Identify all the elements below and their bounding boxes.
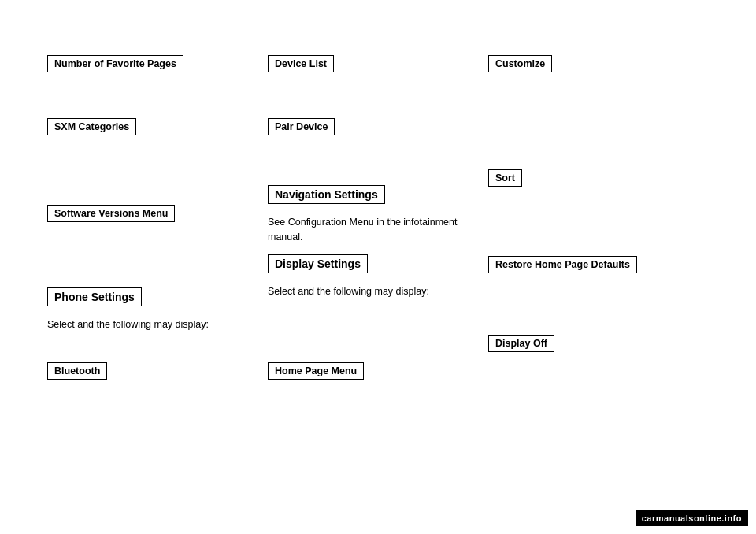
phone-settings-label: Phone Settings bbox=[47, 287, 142, 306]
device-list-label: Device List bbox=[268, 55, 334, 72]
number-of-favorite-pages-label: Number of Favorite Pages bbox=[47, 55, 183, 72]
section-display-settings: Display Settings Select and the followin… bbox=[268, 254, 429, 306]
section-software-versions-menu: Software Versions Menu bbox=[47, 205, 175, 228]
customize-label: Customize bbox=[488, 55, 552, 72]
watermark-text: carmanualsonline.info bbox=[642, 514, 742, 523]
section-customize: Customize bbox=[488, 55, 552, 79]
section-pair-device: Pair Device bbox=[268, 118, 335, 142]
page-content: Number of Favorite Pages SXM Categories … bbox=[0, 0, 756, 534]
section-home-page-menu: Home Page Menu bbox=[268, 362, 364, 386]
sxm-categories-label: SXM Categories bbox=[47, 118, 136, 135]
section-sort: Sort bbox=[488, 169, 522, 193]
restore-home-page-defaults-label: Restore Home Page Defaults bbox=[488, 256, 637, 273]
columns-container: Number of Favorite Pages SXM Categories … bbox=[47, 55, 709, 449]
section-bluetooth: Bluetooth bbox=[47, 362, 107, 386]
section-navigation-settings: Navigation Settings See Configuration Me… bbox=[268, 185, 488, 251]
software-versions-menu-label: Software Versions Menu bbox=[47, 205, 175, 222]
navigation-settings-description: See Configuration Menu in the infotainme… bbox=[268, 215, 488, 245]
section-restore-home-page-defaults: Restore Home Page Defaults bbox=[488, 256, 637, 280]
section-device-list: Device List bbox=[268, 55, 334, 79]
column-1: Number of Favorite Pages SXM Categories … bbox=[47, 55, 268, 449]
column-2: Device List Pair Device Navigation Setti… bbox=[268, 55, 488, 449]
section-sxm-categories: SXM Categories bbox=[47, 118, 136, 142]
home-page-menu-label: Home Page Menu bbox=[268, 362, 364, 380]
display-off-label: Display Off bbox=[488, 335, 554, 352]
section-phone-settings: Phone Settings Select and the following … bbox=[47, 287, 209, 339]
pair-device-label: Pair Device bbox=[268, 118, 335, 135]
sort-label: Sort bbox=[488, 169, 522, 187]
bluetooth-label: Bluetooth bbox=[47, 362, 107, 380]
phone-settings-description: Select and the following may display: bbox=[47, 317, 209, 332]
section-number-of-favorite-pages: Number of Favorite Pages bbox=[47, 55, 183, 79]
column-3: Customize Sort Restore Home Page Default… bbox=[488, 55, 709, 449]
watermark: carmanualsonline.info bbox=[636, 510, 748, 526]
section-display-off: Display Off bbox=[488, 335, 554, 358]
navigation-settings-label: Navigation Settings bbox=[268, 185, 385, 204]
display-settings-label: Display Settings bbox=[268, 254, 368, 273]
display-settings-description: Select and the following may display: bbox=[268, 284, 429, 299]
